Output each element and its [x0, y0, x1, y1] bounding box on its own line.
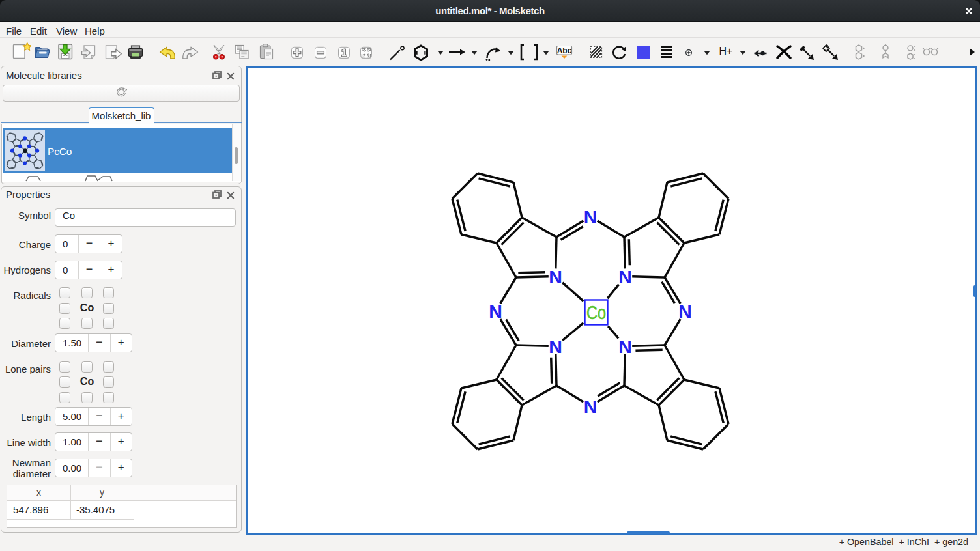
- svg-text:N: N: [678, 301, 692, 322]
- svg-text:N: N: [618, 335, 632, 356]
- svg-text:N: N: [583, 206, 597, 227]
- svg-text:N: N: [549, 266, 562, 287]
- svg-text:Abc: Abc: [556, 46, 571, 55]
- svg-text:N: N: [583, 395, 597, 416]
- svg-text:Co: Co: [586, 302, 606, 322]
- svg-text:N: N: [618, 266, 632, 287]
- svg-text:N: N: [549, 335, 562, 356]
- svg-text:N: N: [489, 301, 502, 322]
